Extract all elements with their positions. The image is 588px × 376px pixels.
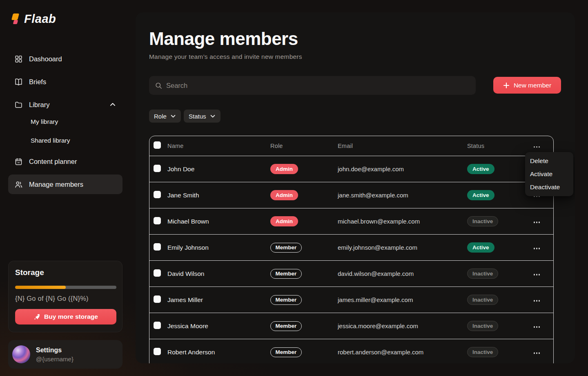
member-email: emily.johnson@example.com — [338, 244, 467, 251]
table-row: John Doe Admin john.doe@example.com Acti… — [149, 156, 553, 182]
row-checkbox[interactable] — [154, 243, 161, 251]
calendar-icon — [14, 157, 23, 166]
select-all-checkbox[interactable] — [154, 141, 161, 149]
search-input[interactable] — [166, 76, 476, 95]
row-checkbox[interactable] — [154, 295, 161, 303]
status-filter[interactable]: Status — [184, 110, 220, 123]
users-icon — [14, 180, 23, 189]
page-title: Manage members — [149, 29, 298, 49]
column-header-status: Status — [467, 143, 520, 149]
buy-more-storage-button[interactable]: Buy more storage — [15, 309, 116, 325]
search-box — [149, 76, 476, 95]
app-root: Flaab Dashooard Briefs Library My librar — [0, 0, 588, 376]
status-badge: Inactive — [467, 347, 498, 357]
avatar — [12, 345, 30, 363]
storage-progress-fill — [15, 286, 66, 289]
member-email: david.wilson@example.com — [338, 270, 467, 277]
column-header-name: Name — [167, 143, 270, 149]
settings-username: @{username} — [36, 356, 74, 363]
column-header-role: Role — [270, 143, 338, 149]
row-checkbox[interactable] — [154, 217, 161, 224]
member-name: David Wilson — [167, 270, 270, 278]
chevron-up-icon[interactable] — [109, 101, 116, 108]
member-name: James Miller — [167, 296, 270, 304]
row-checkbox[interactable] — [154, 191, 161, 198]
chevron-down-icon — [210, 113, 216, 119]
flaab-bolt-icon — [11, 13, 21, 25]
member-name: Michael Brown — [167, 218, 270, 225]
row-checkbox[interactable] — [154, 322, 161, 329]
role-filter-label: Role — [154, 113, 167, 120]
menu-item-deactivate[interactable]: Deactivate — [525, 181, 573, 194]
row-checkbox[interactable] — [154, 348, 161, 355]
table-row: David Wilson Member david.wilson@example… — [149, 260, 553, 286]
storage-card: Storage {N} Go of {N} Go ({N}%) Buy more… — [8, 261, 122, 332]
role-filter[interactable]: Role — [149, 110, 181, 123]
row-actions-button[interactable] — [532, 219, 542, 225]
role-badge: Member — [270, 347, 302, 357]
member-email: michael.brown@example.com — [338, 218, 467, 225]
sidebar-item-shared-library[interactable]: Shared library — [8, 132, 122, 149]
member-email: john.doe@example.com — [338, 166, 467, 172]
menu-item-activate[interactable]: Activate — [525, 168, 573, 181]
role-badge: Member — [270, 321, 302, 331]
member-name: Jessica Moore — [167, 322, 270, 330]
storage-progress-bar — [15, 286, 116, 289]
status-badge: Active — [467, 164, 494, 174]
rocket-icon — [33, 313, 40, 320]
sidebar-item-label: Manage members — [29, 181, 83, 188]
table-body: John Doe Admin john.doe@example.com Acti… — [149, 156, 553, 363]
role-badge: Admin — [270, 190, 298, 200]
sidebar-item-manage-members[interactable]: Manage members — [8, 175, 122, 194]
member-name: Robert Anderson — [167, 349, 270, 356]
brand-name: Flaab — [24, 12, 56, 26]
menu-item-delete[interactable]: Delete — [525, 154, 573, 168]
sidebar-item-label: Dashooard — [29, 55, 62, 63]
member-name: Emily Johnson — [167, 244, 270, 251]
row-actions-button[interactable] — [532, 350, 542, 356]
member-email: jessica.moore@example.com — [338, 322, 467, 329]
sidebar-item-dashboard[interactable]: Dashooard — [8, 51, 122, 67]
row-actions-menu: DeleteActivateDeactivate — [525, 152, 573, 196]
row-actions-button[interactable] — [532, 324, 542, 330]
member-name: Jane Smith — [167, 192, 270, 199]
page-subtitle: Manage your team’s access and invite new… — [149, 53, 302, 60]
status-filter-label: Status — [189, 113, 206, 120]
row-actions-button[interactable] — [532, 298, 542, 304]
book-icon — [14, 77, 23, 86]
role-badge: Member — [270, 295, 302, 305]
status-badge: Inactive — [467, 216, 498, 226]
table-row: Jane Smith Admin jane.smith@example.com … — [149, 182, 553, 208]
row-checkbox[interactable] — [154, 165, 161, 172]
sidebar-item-content-planner[interactable]: Content planner — [8, 153, 122, 170]
table-row: Emily Johnson Member emily.johnson@examp… — [149, 234, 553, 260]
search-icon — [155, 82, 163, 90]
sidebar-item-label: Content planner — [29, 158, 77, 166]
sidebar-item-label: My library — [31, 118, 58, 125]
table-row: Jessica Moore Member jessica.moore@examp… — [149, 313, 553, 339]
sidebar-item-briefs[interactable]: Briefs — [8, 74, 122, 90]
sidebar-item-label: Library — [29, 101, 49, 109]
settings-row[interactable]: Settings @{username} — [8, 340, 122, 369]
sidebar: Flaab Dashooard Briefs Library My librar — [0, 0, 136, 376]
role-badge: Member — [270, 269, 302, 279]
sidebar-item-my-library[interactable]: My library — [8, 114, 122, 130]
role-badge: Member — [270, 243, 302, 253]
member-name: John Doe — [167, 166, 270, 173]
folder-icon — [14, 100, 23, 109]
settings-label: Settings — [36, 347, 74, 354]
member-email: jane.smith@example.com — [338, 192, 467, 199]
row-actions-button[interactable] — [532, 271, 542, 278]
status-badge: Active — [467, 190, 494, 200]
row-actions-button[interactable] — [532, 245, 542, 251]
brand-logo: Flaab — [11, 12, 56, 26]
table-actions-button[interactable] — [532, 144, 542, 150]
sidebar-item-label: Briefs — [29, 78, 46, 86]
dashboard-icon — [14, 54, 23, 63]
new-member-button[interactable]: New member — [493, 77, 561, 94]
sidebar-item-library[interactable]: Library — [8, 96, 122, 113]
row-checkbox[interactable] — [154, 269, 161, 277]
column-header-email: Email — [338, 143, 467, 149]
member-email: james.miller@example.com — [338, 296, 467, 303]
storage-title: Storage — [15, 268, 116, 277]
